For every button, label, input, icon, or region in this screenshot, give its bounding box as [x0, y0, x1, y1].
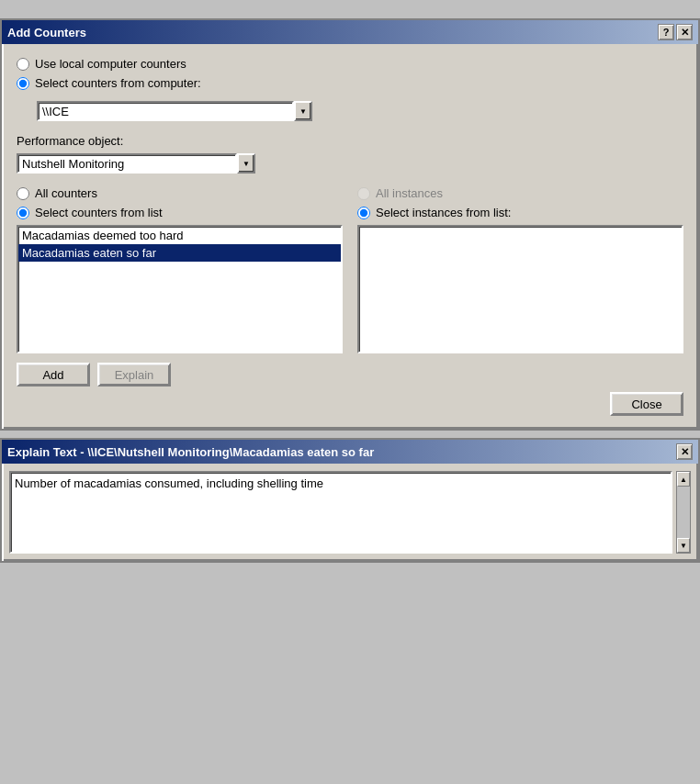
counter-item-0[interactable]: Macadamias deemed too hard	[18, 227, 341, 244]
select-counters-row: Select counters from list	[17, 206, 343, 219]
select-counters-radio[interactable]	[17, 207, 29, 219]
performance-object-combobox: ▼	[17, 153, 255, 174]
counters-column: All counters Select counters from list M…	[17, 186, 343, 353]
instances-listbox[interactable]	[357, 225, 683, 353]
performance-object-label: Performance object:	[17, 134, 683, 148]
all-instances-row: All instances	[357, 186, 683, 200]
explain-titlebar: Explain Text - \\ICE\Nutshell Monitoring…	[2, 440, 698, 464]
select-computer-row: Select counters from computer:	[17, 76, 683, 90]
scroll-down-button[interactable]: ▼	[677, 538, 690, 553]
performance-object-arrow[interactable]: ▼	[237, 153, 255, 174]
dialog-body: Use local computer counters Select count…	[2, 44, 698, 429]
select-computer-label[interactable]: Select counters from computer:	[35, 76, 201, 90]
action-buttons-row: Add Explain	[17, 363, 683, 386]
explain-body: ▲ ▼	[2, 464, 698, 561]
select-instances-label[interactable]: Select instances from list:	[376, 206, 511, 219]
use-local-radio[interactable]	[17, 58, 29, 71]
help-button[interactable]: ?	[658, 24, 674, 40]
computer-radio-group: Use local computer counters Select count…	[17, 57, 683, 90]
computer-combobox: ▼	[37, 101, 312, 121]
titlebar-buttons: ? ✕	[658, 24, 693, 40]
explain-close-button[interactable]: ✕	[676, 443, 693, 460]
dialog-title: Add Counters	[7, 26, 658, 39]
add-counters-titlebar: Add Counters ? ✕	[2, 20, 698, 44]
scroll-track	[677, 487, 690, 538]
all-counters-label[interactable]: All counters	[35, 186, 97, 200]
close-button[interactable]: ✕	[676, 24, 693, 40]
all-instances-label: All instances	[376, 186, 443, 200]
performance-object-input[interactable]	[17, 153, 237, 174]
select-instances-row: Select instances from list:	[357, 206, 683, 219]
all-instances-radio	[357, 187, 370, 200]
select-computer-radio[interactable]	[17, 77, 29, 90]
counters-instances-section: All counters Select counters from list M…	[17, 186, 683, 353]
explain-button[interactable]: Explain	[97, 363, 171, 386]
close-row: Close	[17, 392, 683, 416]
add-counters-dialog: Add Counters ? ✕ Use local computer coun…	[0, 18, 700, 431]
explain-content	[9, 471, 672, 554]
close-button[interactable]: Close	[610, 392, 683, 416]
use-local-label[interactable]: Use local computer counters	[35, 57, 186, 71]
explain-scrollbar[interactable]: ▲ ▼	[676, 471, 691, 554]
all-counters-radio[interactable]	[17, 187, 29, 200]
instances-column: All instances Select instances from list…	[357, 186, 683, 353]
select-instances-radio[interactable]	[357, 207, 370, 219]
select-counters-label[interactable]: Select counters from list	[35, 206, 163, 219]
counters-listbox[interactable]: Macadamias deemed too hard Macadamias ea…	[17, 225, 343, 353]
explain-text-dialog: Explain Text - \\ICE\Nutshell Monitoring…	[0, 438, 700, 563]
use-local-row: Use local computer counters	[17, 57, 683, 71]
add-button[interactable]: Add	[17, 363, 90, 386]
all-counters-row: All counters	[17, 186, 343, 200]
counter-item-1[interactable]: Macadamias eaten so far	[18, 244, 341, 262]
computer-select-row: ▼	[37, 101, 683, 121]
scroll-up-button[interactable]: ▲	[677, 472, 690, 487]
computer-combo-arrow[interactable]: ▼	[294, 101, 312, 121]
explain-title: Explain Text - \\ICE\Nutshell Monitoring…	[7, 445, 676, 459]
computer-input[interactable]	[37, 101, 294, 121]
